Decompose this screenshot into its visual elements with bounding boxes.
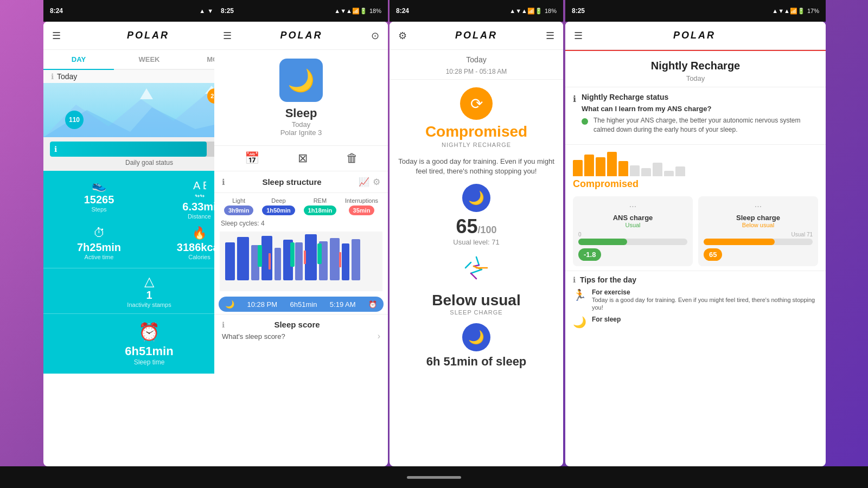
- sleep-title: Sleep: [285, 106, 317, 120]
- orange-bar-group: [573, 149, 818, 176]
- share-icon-p2[interactable]: ⊙: [371, 30, 379, 42]
- score-section-p3: 65/100 Usual level: 71: [390, 215, 563, 246]
- below-usual-text-p3: Below usual: [390, 292, 563, 309]
- menu-icon[interactable]: ☰: [52, 30, 61, 42]
- sleep-charge-label-p3: SLEEP CHARGE: [390, 309, 563, 316]
- sleep-icon-bottom-p3: 🌙: [390, 320, 563, 355]
- time-2: 8:25: [221, 7, 234, 15]
- active-time-label: Active time: [52, 254, 146, 260]
- sleep-score-question-row[interactable]: What's sleep score? ›: [222, 329, 380, 343]
- menu-icon-p2[interactable]: ☰: [223, 30, 232, 42]
- polar-logo-1: POLAR: [127, 30, 169, 41]
- usual-label-p4: Usual 71: [704, 232, 813, 237]
- status-icons-2: ▲▼▲📶🔋 18%: [334, 8, 381, 15]
- legend-interrupt-label: Interruptions: [345, 197, 378, 204]
- panel4-status-row: ℹ Nightly Recharge status What can I lea…: [565, 87, 826, 145]
- nightly-header: Today 10:28 PM - 05:18 AM: [390, 50, 563, 80]
- panel3-header: ⚙ POLAR ☰: [390, 22, 563, 50]
- status-toggle-row: The higher your ANS charge, the better y…: [582, 116, 818, 134]
- bar-2: [584, 155, 594, 176]
- bar-4: [607, 152, 617, 176]
- delete-icon[interactable]: 🗑: [346, 151, 358, 165]
- svg-rect-16: [258, 245, 262, 267]
- sleep-end-time: 5:19 AM: [330, 300, 356, 309]
- tab-week[interactable]: WEEK: [114, 50, 184, 69]
- info-icon-p4: ℹ: [573, 94, 576, 104]
- legend-deep-label: Deep: [271, 197, 285, 204]
- sleep-charge-box: ··· Sleep charge Below usual Usual 71 65: [698, 196, 818, 266]
- polar-logo-4: POLAR: [673, 30, 716, 41]
- bottom-bar: [0, 466, 868, 488]
- bar-8: [653, 163, 662, 176]
- bar-6: [630, 165, 640, 176]
- legend-rem-label: REM: [314, 197, 327, 204]
- ans-charge-title: ANS charge: [578, 214, 687, 222]
- sleep-dots: ···: [704, 202, 813, 211]
- spark-svg: [463, 254, 490, 281]
- sleep-legend: Light 3h9min Deep 1h50min REM 1h18min In…: [214, 193, 388, 217]
- moon-icon-small: 🌙: [225, 300, 234, 309]
- today-label-p1: Today: [57, 72, 77, 81]
- menu-icon-p3[interactable]: ☰: [546, 30, 554, 42]
- settings-icon-p2[interactable]: ⚙: [373, 177, 380, 187]
- sleep-icon-bottom: 🌙: [462, 323, 490, 351]
- status-bar-2: 8:25 ▲▼▲📶🔋 18%: [214, 0, 388, 22]
- spark-icon: [462, 254, 490, 282]
- chart-icon-p2[interactable]: 📈: [359, 177, 369, 187]
- sleep-score-header: ℹ Sleep score: [222, 320, 380, 329]
- status-box-title: Nightly Recharge status: [582, 93, 818, 101]
- tip-exercise-label: For exercise: [592, 288, 818, 296]
- polar-logo-3: POLAR: [455, 30, 497, 41]
- svg-rect-23: [304, 251, 306, 264]
- svg-rect-17: [290, 242, 295, 267]
- tip-exercise: 🏃 For exercise Today is a good day for t…: [573, 288, 818, 312]
- sleep-icon-box: 🌙: [279, 59, 323, 102]
- moon-icon-large: 🌙: [288, 68, 315, 93]
- compromised-chart-row: [565, 145, 826, 176]
- ans-charge-box: ··· ANS charge Usual 0 -1.8: [573, 196, 693, 266]
- svg-rect-14: [305, 234, 317, 280]
- steps-label: Steps: [52, 206, 146, 213]
- sleep-chart: [214, 229, 388, 294]
- calendar-icon[interactable]: 📅: [245, 151, 259, 165]
- sleep-value-row: 65: [704, 248, 813, 261]
- tips-section: ℹ Tips for the day 🏃 For exercise Today …: [565, 271, 826, 338]
- score-value-p3: 65/100: [390, 215, 563, 238]
- time-3: 8:24: [396, 7, 409, 15]
- sleep-duration-bar: 6h51min: [290, 300, 317, 309]
- panel2-header: ☰ POLAR ⊙: [214, 22, 388, 50]
- recharge-description: Today is a good day for training. Even i…: [390, 152, 563, 181]
- exercise-icon: 🏃: [573, 288, 586, 312]
- status-bar-4: 8:25 ▲▼▲📶🔋 17%: [565, 0, 826, 22]
- svg-line-28: [471, 269, 482, 273]
- sleep-date: Today: [292, 120, 311, 129]
- bar-9: [664, 171, 674, 176]
- sleep-device: Polar Ignite 3: [280, 129, 322, 137]
- sleep-charge-title: Sleep charge: [704, 214, 813, 222]
- sleep-score-title: Sleep score: [274, 320, 320, 329]
- tab-day[interactable]: DAY: [43, 50, 114, 70]
- red-divider-p4: [565, 50, 826, 51]
- sleep-icon-container-p3: 🌙: [390, 181, 563, 215]
- time-range: 10:28 PM - 05:18 AM: [446, 68, 507, 75]
- bar-7: [641, 168, 651, 176]
- tip-sleep-content: For sleep: [592, 316, 621, 329]
- menu-icon-p4[interactable]: ☰: [574, 30, 583, 42]
- alarm-icon: ⏰: [368, 300, 377, 309]
- panel4-header: ☰ POLAR: [565, 22, 826, 50]
- svg-rect-8: [237, 237, 249, 280]
- legend-light: Light 3h9min: [224, 197, 254, 215]
- panel-sleep-detail: ☰ POLAR ⊙ 🌙 Sleep Today Polar Ignite 3 📅…: [214, 22, 388, 466]
- time-1: 8:24: [50, 7, 63, 15]
- status-desc: The higher your ANS charge, the better y…: [593, 116, 818, 134]
- info-icon-today: ℹ: [51, 72, 54, 81]
- bar-3: [596, 157, 605, 176]
- panel-nightly-recharge: ⚙ POLAR ☰ Today 10:28 PM - 05:18 AM ⟳ Co…: [390, 22, 563, 466]
- nightly-time-range: 10:28 PM - 05:18 AM: [398, 66, 554, 76]
- crop-icon[interactable]: ⊠: [298, 151, 308, 165]
- filter-icon-p3[interactable]: ⚙: [398, 30, 407, 42]
- legend-deep: Deep 1h50min: [262, 197, 295, 215]
- tips-header: ℹ Tips for the day: [573, 275, 818, 284]
- ans-zero-label: 0: [578, 232, 687, 237]
- compromised-label-p4: Compromised: [565, 176, 826, 192]
